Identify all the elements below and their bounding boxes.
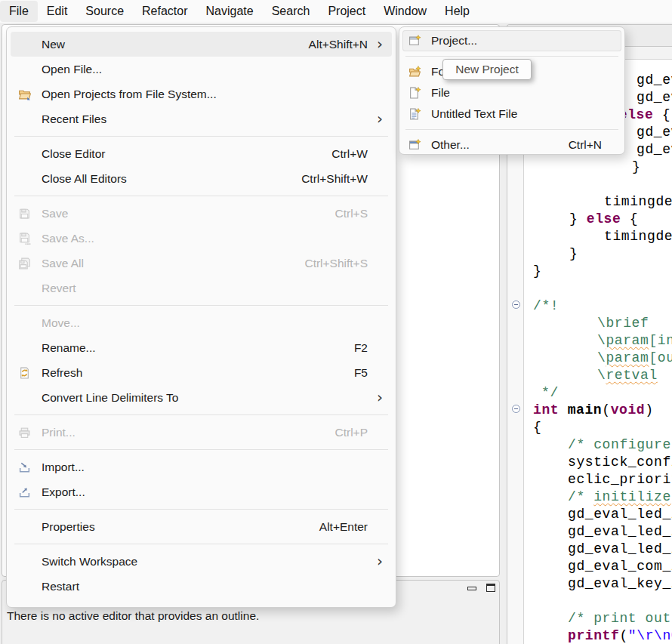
menu-separator xyxy=(14,136,388,137)
save-as-icon xyxy=(18,232,31,245)
menu-separator xyxy=(14,196,388,196)
menu-item-save-as: Save As... xyxy=(11,226,392,251)
menu-item-close-editor[interactable]: Close Editor Ctrl+W xyxy=(11,141,392,166)
menu-item-restart[interactable]: Restart xyxy=(11,574,392,599)
menu-separator xyxy=(14,544,388,544)
submenu-arrow-icon: › xyxy=(377,109,383,127)
menu-item-shortcut: Alt+Shift+N xyxy=(286,38,368,51)
menu-separator xyxy=(405,56,618,57)
file-menu: New Alt+Shift+N › Open File... Open Proj… xyxy=(6,26,396,608)
menu-item-rename[interactable]: Rename... F2 xyxy=(11,335,392,360)
new-project-icon xyxy=(408,35,421,48)
submenu-item-project[interactable]: Project... xyxy=(402,30,621,51)
menu-separator xyxy=(14,414,388,415)
submenu-item-untitled-text-file[interactable]: Untitled Text File xyxy=(402,103,621,125)
new-wizard-icon xyxy=(408,139,421,152)
menu-item-import[interactable]: Import... xyxy=(11,454,392,479)
submenu-item-other[interactable]: Other... Ctrl+N xyxy=(402,134,621,156)
new-folder-icon xyxy=(408,66,421,79)
submenu-arrow-icon: › xyxy=(377,387,383,405)
menu-item-exit[interactable]: Exit xyxy=(11,599,392,608)
menu-item-move: Move... xyxy=(11,310,392,335)
menu-item-save: Save Ctrl+S xyxy=(11,201,392,226)
submenu-arrow-icon: › xyxy=(377,34,383,52)
printer-icon xyxy=(18,426,31,439)
menubar-item-file[interactable]: File xyxy=(0,1,38,22)
menu-separator xyxy=(14,449,388,450)
new-submenu: Project... Folder File Untitled Text Fil… xyxy=(399,26,625,155)
menu-item-properties[interactable]: Properties Alt+Enter xyxy=(11,514,392,539)
menubar-item-source[interactable]: Source xyxy=(76,1,133,22)
save-all-icon xyxy=(18,257,31,270)
menu-item-new[interactable]: New Alt+Shift+N › xyxy=(11,32,392,57)
menu-item-open-projects-from-file-system[interactable]: Open Projects from File System... xyxy=(11,82,392,106)
menu-item-open-file[interactable]: Open File... xyxy=(11,57,392,82)
menubar-item-navigate[interactable]: Navigate xyxy=(197,1,263,22)
menu-item-refresh[interactable]: Refresh F5 xyxy=(11,360,392,385)
menubar-item-edit[interactable]: Edit xyxy=(38,1,77,22)
menubar-item-help[interactable]: Help xyxy=(436,1,479,22)
export-icon xyxy=(18,485,31,498)
menu-item-export[interactable]: Export... xyxy=(11,479,392,504)
menu-item-print: Print... Ctrl+P xyxy=(11,420,392,445)
submenu-item-file[interactable]: File xyxy=(402,82,621,103)
menu-item-convert-line-delimiters[interactable]: Convert Line Delimiters To › xyxy=(11,385,392,410)
menu-separator xyxy=(14,509,388,510)
import-icon xyxy=(18,461,31,473)
save-icon xyxy=(18,207,31,220)
outline-message: There is no active editor that provides … xyxy=(7,609,259,623)
menu-separator xyxy=(405,129,618,130)
minimize-icon[interactable] xyxy=(467,587,476,590)
menubar-item-refactor[interactable]: Refactor xyxy=(133,1,196,22)
submenu-arrow-icon: › xyxy=(377,551,383,569)
new-text-file-icon xyxy=(408,108,421,121)
menubar-item-window[interactable]: Window xyxy=(375,1,436,22)
menu-item-recent-files[interactable]: Recent Files › xyxy=(11,106,392,131)
tooltip-text: New Project xyxy=(455,63,519,76)
menu-separator xyxy=(14,305,388,306)
folder-open-icon xyxy=(18,88,31,100)
menu-item-switch-workspace[interactable]: Switch Workspace › xyxy=(11,549,392,574)
new-file-icon xyxy=(408,87,421,100)
menu-item-label: New xyxy=(42,38,65,51)
maximize-icon[interactable] xyxy=(486,584,495,592)
tooltip: New Project xyxy=(442,59,532,80)
eclipse-window: File Edit Source Refactor Navigate Searc… xyxy=(0,0,672,644)
menu-item-close-all-editors[interactable]: Close All Editors Ctrl+Shift+W xyxy=(11,166,392,191)
menubar: File Edit Source Refactor Navigate Searc… xyxy=(0,0,672,23)
menu-item-save-all: Save All Ctrl+Shift+S xyxy=(11,251,392,276)
menubar-item-project[interactable]: Project xyxy=(319,1,375,22)
menubar-item-search[interactable]: Search xyxy=(263,1,319,22)
refresh-icon xyxy=(18,366,31,379)
menu-item-revert: Revert xyxy=(11,276,392,300)
